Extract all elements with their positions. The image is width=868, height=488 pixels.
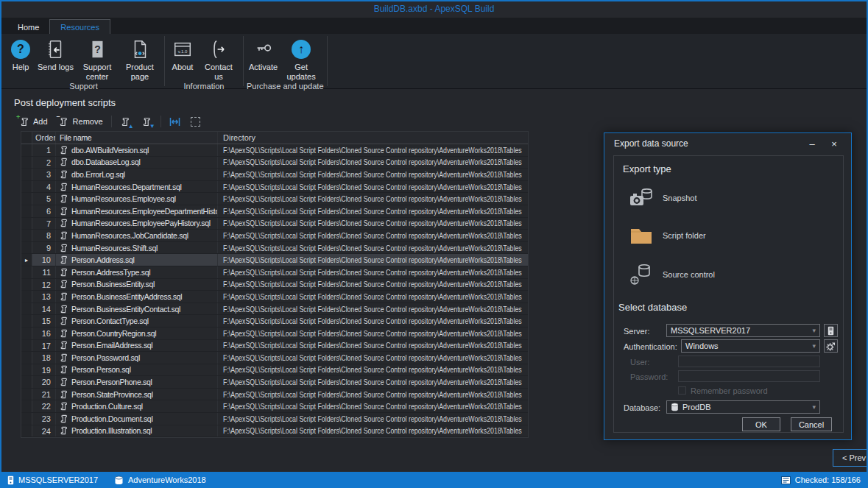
table-row[interactable]: 5HumanResources.Employee.sqlF:\ApexSQL\S… — [21, 193, 528, 205]
get-updates-icon: ↑ — [292, 40, 311, 59]
snapshot-icon — [629, 187, 654, 209]
order-cell: 4 — [32, 181, 56, 193]
move-bottom-button[interactable]: ▼ — [139, 115, 155, 129]
user-field[interactable] — [678, 356, 820, 367]
database-dropdown[interactable]: ProdDB ▾ — [666, 400, 820, 414]
product-page-button[interactable]: Product page — [119, 38, 161, 81]
table-row[interactable]: 24Production.Illustration.sqlF:\ApexSQL\… — [21, 425, 528, 438]
script-icon — [60, 353, 68, 362]
ribbon-separator — [327, 36, 328, 86]
file-name: dbo.ErrorLog.sql — [71, 170, 125, 179]
order-cell: 18 — [32, 352, 56, 364]
ribbon-group-label: Information — [168, 81, 240, 93]
table-row[interactable]: 19Person.Person.sqlF:\ApexSQL\Scripts\Lo… — [21, 364, 528, 377]
order-cell: 14 — [32, 303, 56, 315]
row-indicator — [21, 291, 32, 303]
contact-us-button[interactable]: Contact us — [197, 38, 240, 81]
file-cell: dbo.AWBuildVersion.sql — [56, 144, 218, 156]
column-header-directory[interactable]: Directory — [218, 132, 528, 144]
send-logs-button[interactable]: Send logs — [35, 38, 76, 72]
table-row[interactable]: 11Person.AddressType.sqlF:\ApexSQL\Scrip… — [21, 266, 528, 279]
script-icon — [60, 231, 68, 240]
close-icon[interactable]: × — [823, 136, 845, 151]
about-button[interactable]: v.1.0 About — [168, 38, 197, 72]
fit-columns-button[interactable] — [167, 116, 183, 128]
add-button[interactable]: + Add — [16, 115, 50, 129]
password-field[interactable] — [678, 370, 820, 382]
table-row[interactable]: ▸10Person.Address.sqlF:\ApexSQL\Scripts\… — [21, 254, 528, 266]
order-cell: 15 — [32, 315, 56, 327]
table-row[interactable]: 4HumanResources.Department.sqlF:\ApexSQL… — [21, 181, 528, 194]
activate-button[interactable]: Activate — [247, 38, 280, 72]
order-cell: 10 — [32, 254, 56, 266]
option-script-folder[interactable]: Script folder — [629, 225, 706, 246]
remove-button[interactable]: – Remove — [56, 115, 105, 129]
table-row[interactable]: 22Production.Culture.sqlF:\ApexSQL\Scrip… — [21, 400, 528, 413]
directory-cell: F:\ApexSQL\Scripts\Local Script Folders\… — [218, 157, 528, 169]
option-source-control[interactable]: Source control — [629, 264, 715, 286]
column-header-order[interactable]: Order — [32, 132, 56, 144]
statusbar-server-label: MSSQLSERVER2017 — [18, 475, 98, 484]
table-row[interactable]: 7HumanResources.EmployeePayHistory.sqlF:… — [21, 218, 528, 230]
file-name: Person.AddressType.sql — [71, 268, 150, 277]
row-indicator — [21, 230, 32, 241]
authentication-dropdown[interactable]: Windows ▾ — [681, 339, 820, 353]
file-name: Person.Person.sql — [71, 365, 131, 374]
remember-password-checkbox[interactable] — [678, 386, 686, 395]
current-row-marker-icon: ▸ — [25, 257, 28, 264]
file-cell: Production.Document.sql — [56, 413, 218, 425]
order-cell: 5 — [32, 193, 56, 205]
directory-cell: F:\ApexSQL\Scripts\Local Script Folders\… — [218, 291, 528, 303]
column-header-filename[interactable]: File name — [56, 132, 218, 144]
table-row[interactable]: 17Person.EmailAddress.sqlF:\ApexSQL\Scri… — [21, 340, 528, 353]
directory-cell: F:\ApexSQL\Scripts\Local Script Folders\… — [218, 242, 528, 254]
cancel-button[interactable]: Cancel — [791, 417, 832, 431]
server-browse-button[interactable] — [824, 324, 838, 337]
connection-options-button[interactable] — [824, 339, 838, 353]
table-row[interactable]: 3dbo.ErrorLog.sqlF:\ApexSQL\Scripts\Loca… — [21, 169, 528, 181]
table-row[interactable]: 20Person.PersonPhone.sqlF:\ApexSQL\Scrip… — [21, 376, 528, 389]
table-row[interactable]: 15Person.ContactType.sqlF:\ApexSQL\Scrip… — [21, 315, 528, 328]
prev-button[interactable]: < Prev — [833, 449, 868, 467]
table-row[interactable]: 8HumanResources.JobCandidate.sqlF:\ApexS… — [21, 230, 528, 242]
tab-resources[interactable]: Resources — [49, 19, 110, 35]
row-indicator — [21, 169, 32, 180]
password-label: Password: — [630, 372, 668, 381]
help-icon: ? — [11, 40, 30, 59]
table-row[interactable]: 6HumanResources.EmployeeDepartmentHistor… — [21, 205, 528, 218]
statusbar: MSSQLSERVER2017 AdventureWorks2018 Check… — [0, 472, 868, 488]
support-center-button[interactable]: ? Support center — [76, 38, 119, 81]
move-top-button[interactable]: ▲ — [118, 115, 133, 129]
statusbar-database: AdventureWorks2018 — [114, 475, 206, 485]
table-row[interactable]: 21Person.StateProvince.sqlF:\ApexSQL\Scr… — [21, 389, 528, 401]
order-cell: 7 — [32, 218, 56, 230]
statusbar-server: MSSQLSERVER2017 — [7, 475, 98, 485]
server-dropdown[interactable]: MSSQLSERVER2017 ▾ — [666, 324, 820, 337]
about-icon: v.1.0 — [172, 39, 193, 60]
directory-cell: F:\ApexSQL\Scripts\Local Script Folders\… — [218, 254, 528, 266]
table-row[interactable]: 23Production.Document.sqlF:\ApexSQL\Scri… — [21, 413, 528, 425]
selection-mode-button[interactable] — [188, 116, 202, 128]
file-name: dbo.DatabaseLog.sql — [71, 158, 141, 166]
table-row[interactable]: 18Person.Password.sqlF:\ApexSQL\Scripts\… — [21, 352, 528, 364]
table-row[interactable]: 13Person.BusinessEntityAddress.sqlF:\Ape… — [21, 291, 528, 303]
table-row[interactable]: 16Person.CountryRegion.sqlF:\ApexSQL\Scr… — [21, 328, 528, 340]
help-button[interactable]: ? Help — [6, 38, 35, 72]
table-row[interactable]: 1dbo.AWBuildVersion.sqlF:\ApexSQL\Script… — [21, 144, 528, 157]
ok-button[interactable]: OK — [742, 417, 780, 431]
tab-home[interactable]: Home — [7, 20, 49, 35]
option-snapshot[interactable]: Snapshot — [629, 187, 696, 209]
table-row[interactable]: 9HumanResources.Shift.sqlF:\ApexSQL\Scri… — [21, 242, 528, 255]
table-row[interactable]: 2dbo.DatabaseLog.sqlF:\ApexSQL\Scripts\L… — [21, 157, 528, 169]
row-indicator — [21, 352, 32, 364]
statusbar-checked-label: Checked: 158/166 — [795, 475, 861, 484]
table-row[interactable]: 14Person.BusinessEntityContact.sqlF:\Ape… — [21, 303, 528, 316]
option-label: Source control — [663, 270, 715, 279]
get-updates-button[interactable]: ↑ Get updates — [280, 38, 322, 81]
file-cell: Person.BusinessEntity.sql — [56, 279, 218, 291]
table-row[interactable]: 12Person.BusinessEntity.sqlF:\ApexSQL\Sc… — [21, 279, 528, 291]
directory-cell: F:\ApexSQL\Scripts\Local Script Folders\… — [218, 279, 528, 291]
order-cell: 21 — [32, 389, 56, 400]
minimize-icon[interactable]: – — [801, 136, 823, 151]
ribbon-group-purchase: Activate ↑ Get updates Purchase and upda… — [247, 34, 324, 88]
